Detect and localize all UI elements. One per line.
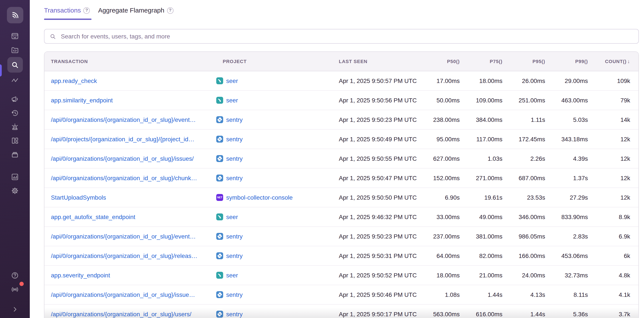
- last-seen-cell: Apr 1, 2025 9:50:57 PM UTC: [332, 71, 417, 91]
- sidebar-item-settings[interactable]: [7, 184, 23, 197]
- count-cell: 14k: [588, 110, 638, 129]
- last-seen-cell: Apr 1, 2025 9:50:50 PM UTC: [332, 188, 417, 207]
- help-icon[interactable]: ?: [167, 7, 174, 14]
- sidebar-footer: [7, 269, 23, 315]
- project-name: symbol-collector-console: [226, 194, 293, 201]
- tab-aggregate-flamegraph[interactable]: Aggregate Flamegraph ?: [98, 7, 175, 20]
- siren-icon: [10, 122, 20, 131]
- transaction-link[interactable]: app.ready_check: [51, 77, 97, 84]
- p95-cell: 26.00ms: [502, 71, 545, 91]
- active-tab-underline: [44, 18, 92, 20]
- gear-icon: [10, 186, 20, 195]
- project-link[interactable]: sentry: [216, 175, 332, 181]
- count-cell: 79k: [588, 91, 638, 110]
- python-project-icon: [216, 175, 223, 181]
- transaction-link[interactable]: /api/0/organizations/{organization_id_or…: [51, 252, 198, 259]
- python-project-icon: [216, 136, 223, 143]
- table-row: /api/0/organizations/{organization_id_or…: [44, 246, 638, 265]
- column-header-p99[interactable]: P99(): [545, 52, 588, 71]
- project-link[interactable]: sentry: [216, 311, 332, 317]
- p50-cell: 1.08s: [417, 285, 460, 304]
- project-link[interactable]: seer: [216, 77, 332, 84]
- transaction-link[interactable]: /api/0/organizations/{organization_id_or…: [51, 291, 195, 298]
- column-header-p75[interactable]: P75(): [460, 52, 502, 71]
- sidebar-nav-primary: [7, 29, 23, 86]
- p95-cell: 1.11s: [502, 110, 545, 129]
- count-cell: 12k: [588, 149, 638, 168]
- transaction-link[interactable]: /api/0/organizations/{organization_id_or…: [51, 233, 196, 240]
- tab-transactions[interactable]: Transactions ?: [44, 7, 92, 20]
- sidebar-item-feedback[interactable]: [7, 93, 23, 105]
- project-link[interactable]: sentry: [216, 291, 332, 298]
- sidebar-item-search[interactable]: [7, 57, 23, 73]
- project-link[interactable]: seer: [216, 272, 332, 279]
- column-header-p50[interactable]: P50(): [417, 52, 460, 71]
- project-link[interactable]: NET symbol-collector-console: [216, 194, 332, 201]
- search-bar[interactable]: [44, 29, 639, 44]
- transaction-link[interactable]: app.get_autofix_state_endpoint: [51, 213, 135, 220]
- column-header-transaction[interactable]: TRANSACTION: [44, 52, 216, 71]
- project-link[interactable]: sentry: [216, 155, 332, 162]
- project-link[interactable]: sentry: [216, 252, 332, 259]
- megaphone-icon: [10, 94, 20, 104]
- project-name: seer: [226, 272, 238, 279]
- seer-project-icon: [216, 77, 223, 84]
- search-icon: [50, 33, 56, 40]
- code-folder-icon: [10, 45, 20, 54]
- project-link[interactable]: seer: [216, 213, 332, 220]
- table-body: app.ready_check seer Apr 1, 2025 9:50:57…: [44, 71, 638, 318]
- p75-cell: 49.00ms: [460, 207, 502, 227]
- sidebar-item-explore[interactable]: [7, 43, 23, 56]
- transaction-link[interactable]: app.similarity_endpoint: [51, 97, 113, 104]
- tab-transactions-label: Transactions: [44, 7, 81, 14]
- sentry-logo-button[interactable]: [7, 7, 23, 23]
- transaction-link[interactable]: /api/0/organizations/{organization_id_or…: [51, 311, 192, 317]
- transaction-link[interactable]: /api/0/projects/{organization_id_or_slug…: [51, 136, 194, 143]
- column-header-last-seen[interactable]: LAST SEEN: [332, 52, 417, 71]
- count-cell: 12k: [588, 129, 638, 149]
- project-link[interactable]: sentry: [216, 116, 332, 123]
- count-cell: 6k: [588, 246, 638, 265]
- archive-box-icon: [10, 150, 20, 159]
- sidebar-item-issues[interactable]: [7, 29, 23, 42]
- p50-cell: 238.00ms: [417, 110, 460, 129]
- sidebar-item-traces[interactable]: [7, 74, 23, 86]
- p75-cell: 1.03s: [460, 149, 502, 168]
- clock-history-icon: [10, 108, 20, 117]
- sidebar-item-help[interactable]: [7, 269, 23, 282]
- project-name: sentry: [226, 291, 242, 298]
- sidebar-expand-button[interactable]: [7, 302, 23, 315]
- sidebar-item-releases[interactable]: [7, 148, 23, 161]
- project-link[interactable]: sentry: [216, 233, 332, 240]
- last-seen-cell: Apr 1, 2025 9:46:32 PM UTC: [332, 207, 417, 227]
- sidebar-nav-secondary: [7, 93, 23, 161]
- project-name: sentry: [226, 175, 242, 181]
- p95-cell: 346.00ms: [502, 207, 545, 227]
- table-row: /api/0/organizations/{organization_id_or…: [44, 285, 638, 304]
- p99-cell: 5.36s: [545, 304, 588, 318]
- project-link[interactable]: sentry: [216, 136, 332, 143]
- p75-cell: 117.00ms: [460, 129, 502, 149]
- project-link[interactable]: seer: [216, 97, 332, 104]
- transaction-link[interactable]: StartUploadSymbols: [51, 194, 106, 201]
- search-input[interactable]: [60, 33, 633, 40]
- sidebar-item-stats[interactable]: [7, 170, 23, 183]
- p75-cell: 384.00ms: [460, 110, 502, 129]
- table-row: /api/0/organizations/{organization_id_or…: [44, 168, 638, 188]
- sidebar-item-alerts[interactable]: [7, 120, 23, 133]
- column-header-count[interactable]: COUNT()↓: [588, 52, 638, 71]
- table-row: /api/0/organizations/{organization_id_or…: [44, 304, 638, 318]
- column-header-project[interactable]: PROJECT: [216, 52, 332, 71]
- transaction-link[interactable]: /api/0/organizations/{organization_id_or…: [51, 116, 196, 123]
- sidebar-item-dashboards[interactable]: [7, 134, 23, 147]
- p99-cell: 453.06ms: [545, 246, 588, 265]
- transaction-link[interactable]: /api/0/organizations/{organization_id_or…: [51, 155, 194, 162]
- column-header-p95[interactable]: P95(): [502, 52, 545, 71]
- sidebar-nav-tertiary: [7, 170, 23, 197]
- sidebar-item-replays[interactable]: [7, 106, 23, 119]
- transaction-link[interactable]: /api/0/organizations/{organization_id_or…: [51, 175, 197, 181]
- dotnet-project-icon: NET: [216, 194, 223, 201]
- count-cell: 6.9k: [588, 227, 638, 246]
- help-icon[interactable]: ?: [84, 7, 90, 14]
- transaction-link[interactable]: app.severity_endpoint: [51, 272, 110, 279]
